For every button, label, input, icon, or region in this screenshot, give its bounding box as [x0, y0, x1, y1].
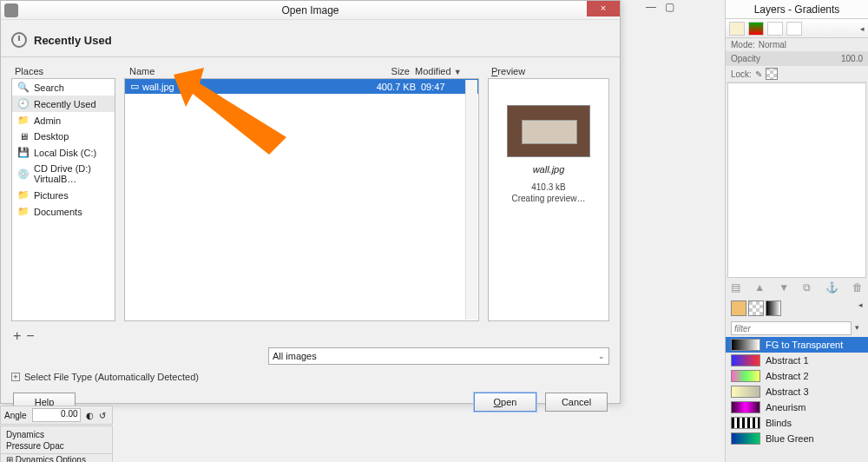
panel-menu-icon[interactable]: ◂ — [860, 24, 865, 33]
place-item[interactable]: 📁Documents — [12, 203, 115, 220]
gradient-filter-input[interactable] — [731, 321, 852, 335]
mode-dropdown[interactable]: Normal — [759, 40, 786, 50]
lock-alpha-icon[interactable] — [766, 68, 778, 80]
panel-menu-icon-2[interactable]: ◂ — [858, 300, 863, 316]
place-icon: 🖥 — [17, 131, 30, 142]
preview-meta: 410.3 kB Creating preview… — [511, 182, 585, 204]
column-modified[interactable]: Modified ▼ — [415, 66, 476, 76]
opacity-value[interactable]: 100.0 — [841, 54, 863, 63]
paths-tab-icon[interactable] — [767, 22, 783, 36]
mode-row: Mode: Normal — [726, 38, 868, 52]
column-size[interactable]: Size — [354, 66, 415, 76]
gradient-item[interactable]: Blinds — [726, 415, 868, 431]
gradient-preview — [731, 370, 760, 382]
bookmark-buttons: + − — [1, 327, 620, 346]
gradient-tabs: ◂ — [726, 297, 868, 320]
dialog-title: Open Image — [281, 4, 339, 16]
select-file-type-expander[interactable]: + Select File Type (Automatically Detect… — [1, 366, 620, 387]
gradient-name: Abstract 2 — [766, 371, 809, 381]
gradient-name: Abstract 1 — [766, 355, 809, 366]
raise-layer-icon[interactable]: ▲ — [754, 281, 765, 294]
place-item[interactable]: 💾Local Disk (C:) — [12, 144, 115, 161]
gradient-preview — [731, 401, 760, 413]
undo-tab-icon[interactable] — [786, 22, 802, 36]
place-item[interactable]: 💿CD Drive (D:) VirtualB… — [12, 161, 115, 187]
preview-thumbnail — [507, 105, 590, 157]
reset-icon[interactable]: ↺ — [99, 411, 106, 420]
place-icon: 📁 — [17, 115, 30, 126]
gradient-item[interactable]: Blue Green — [726, 431, 868, 446]
preview-filename: wall.jpg — [533, 164, 565, 175]
scrollbar[interactable] — [465, 80, 477, 320]
channels-tab-icon[interactable] — [748, 22, 764, 36]
duplicate-layer-icon[interactable]: ⧉ — [803, 281, 811, 294]
gradient-preview — [731, 417, 760, 429]
gradient-name: Aneurism — [766, 402, 806, 412]
lower-layer-icon[interactable]: ▼ — [779, 281, 789, 294]
place-icon: 📁 — [17, 189, 30, 201]
file-name: wall.jpg — [142, 82, 174, 92]
files-column: Name Size Modified ▼ ▭wall.jpg400.7 KB09… — [124, 64, 479, 321]
app-icon — [4, 3, 18, 17]
maximize-button[interactable]: ▢ — [665, 1, 683, 13]
angle-control[interactable]: Angle 0.00 ◐ ↺ — [0, 406, 113, 425]
column-name[interactable]: Name — [129, 66, 354, 76]
plus-icon: + — [11, 373, 20, 381]
preview-column: Preview wall.jpg 410.3 kB Creating previ… — [488, 64, 609, 321]
place-label: Recently Used — [34, 99, 96, 109]
place-item[interactable]: 🕘Recently Used — [12, 96, 115, 112]
gradient-list[interactable]: FG to TransparentAbstract 1Abstract 2Abs… — [726, 337, 868, 446]
new-layer-icon[interactable]: ▤ — [731, 281, 740, 294]
dynamics-options-expander[interactable]: ⊞ Dynamics Options — [0, 453, 113, 462]
file-list[interactable]: ▭wall.jpg400.7 KB09:47 — [124, 78, 479, 321]
gradients-tab-icon[interactable] — [766, 300, 781, 316]
place-icon: 💾 — [17, 147, 30, 158]
place-item[interactable]: 🖥Desktop — [12, 129, 115, 144]
gradient-item[interactable]: Abstract 2 — [726, 368, 868, 384]
brushes-tab-icon[interactable] — [731, 300, 746, 316]
gradient-name: Abstract 3 — [766, 386, 809, 397]
cancel-button[interactable]: Cancel — [545, 393, 608, 412]
gradient-item[interactable]: Abstract 3 — [726, 384, 868, 399]
file-filter-dropdown[interactable]: All images ⌄ — [268, 347, 609, 365]
gradient-item[interactable]: Aneurism — [726, 399, 868, 415]
dialog-titlebar: Open Image × — [1, 1, 620, 20]
chevron-down-icon: ⌄ — [598, 352, 605, 360]
places-header: Places — [11, 64, 115, 78]
lock-pixels-icon[interactable]: ✎ — [755, 69, 762, 79]
chevron-down-icon[interactable]: ▾ — [852, 321, 863, 335]
open-button[interactable]: Open — [474, 393, 536, 412]
location-breadcrumb: Recently Used — [1, 20, 620, 57]
window-controls: —▢ — [646, 1, 683, 13]
place-label: CD Drive (D:) VirtualB… — [34, 163, 109, 184]
place-item[interactable]: 📁Pictures — [12, 187, 115, 203]
add-bookmark-button[interactable]: + — [13, 328, 21, 344]
file-row[interactable]: ▭wall.jpg400.7 KB09:47 — [125, 79, 478, 94]
opacity-row[interactable]: Opacity 100.0 — [726, 52, 868, 66]
anchor-layer-icon[interactable]: ⚓ — [825, 281, 838, 294]
lock-row: Lock: ✎ — [726, 66, 868, 82]
close-button[interactable]: × — [587, 1, 620, 16]
places-list[interactable]: 🔍Search🕘Recently Used📁Admin🖥Desktop💾Loca… — [11, 78, 115, 321]
gradient-item[interactable]: Abstract 1 — [726, 353, 868, 368]
patterns-tab-icon[interactable] — [748, 300, 764, 316]
gradient-item[interactable]: FG to Transparent — [726, 337, 868, 353]
place-item[interactable]: 🔍Search — [12, 79, 115, 96]
layers-tab-icon[interactable] — [729, 22, 745, 36]
place-label: Search — [34, 82, 64, 93]
gradient-name: Blue Green — [766, 433, 814, 444]
angle-value[interactable]: 0.00 — [32, 408, 81, 422]
preview-header: Preview — [488, 64, 609, 78]
angle-dial-icon[interactable]: ◐ — [86, 411, 94, 420]
clock-icon — [11, 32, 27, 48]
current-location-label: Recently Used — [34, 34, 112, 47]
delete-layer-icon[interactable]: 🗑 — [852, 281, 863, 294]
panel-tabs[interactable]: ◂ — [726, 19, 868, 38]
dynamics-block[interactable]: Dynamics Pressure Opac — [0, 426, 113, 455]
plus-icon: ⊞ — [6, 455, 13, 462]
places-column: Places 🔍Search🕘Recently Used📁Admin🖥Deskt… — [11, 64, 115, 321]
minimize-button[interactable]: — — [646, 1, 665, 13]
remove-bookmark-button[interactable]: − — [26, 328, 34, 344]
gradient-name: Blinds — [766, 418, 792, 428]
place-item[interactable]: 📁Admin — [12, 112, 115, 129]
